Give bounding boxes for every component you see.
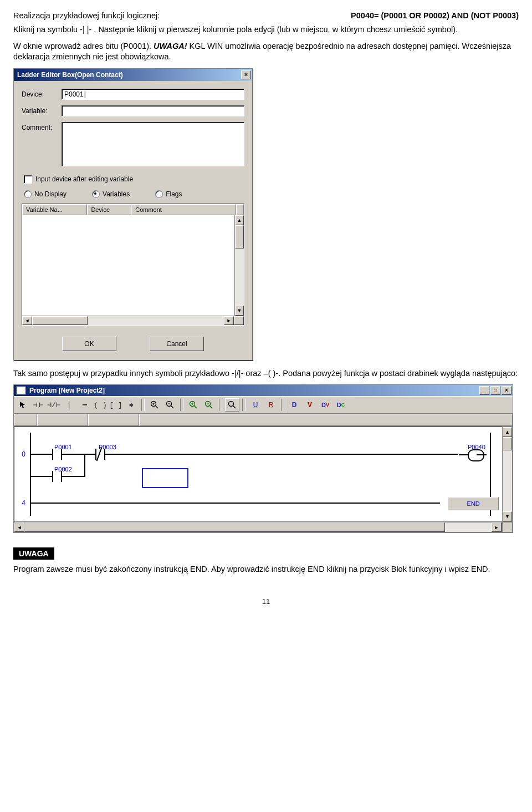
warning-badge: UWAGA bbox=[13, 547, 54, 560]
scroll-corner bbox=[234, 316, 244, 325]
radio-label: Variables bbox=[103, 190, 130, 198]
end-block[interactable]: END bbox=[448, 497, 499, 510]
used-icon: U bbox=[253, 401, 258, 409]
branch-wire bbox=[84, 454, 85, 477]
svg-line-1 bbox=[156, 406, 158, 409]
col-blank bbox=[236, 204, 244, 215]
grid-body[interactable] bbox=[22, 215, 234, 316]
horizontal-line-tool[interactable]: ━ bbox=[78, 398, 92, 412]
coil-tool[interactable]: ( ) bbox=[93, 398, 108, 412]
open-contact-tool[interactable]: ⊣ ⊢ bbox=[31, 398, 45, 412]
checkbox-label: Input device after editing variable bbox=[35, 175, 133, 183]
col-device[interactable]: Device bbox=[87, 204, 131, 215]
radio-flags[interactable]: Flags bbox=[155, 190, 182, 198]
device-input[interactable]: P0001 bbox=[62, 89, 244, 100]
closed-contact-tool[interactable]: ⊣/⊢ bbox=[47, 398, 61, 412]
horizontal-scrollbar[interactable]: ◄ ► bbox=[22, 316, 244, 325]
rung-number-4: 4 bbox=[17, 499, 25, 507]
program-vertical-scrollbar[interactable]: ▲ ▼ bbox=[502, 427, 513, 522]
toolbar-separator bbox=[219, 399, 222, 411]
hscroll-track[interactable] bbox=[24, 522, 492, 532]
page-number: 11 bbox=[13, 597, 519, 606]
input-after-edit-checkbox[interactable]: Input device after editing variable bbox=[24, 175, 244, 184]
program-horizontal-scrollbar[interactable]: ◄ ► bbox=[14, 522, 502, 532]
scroll-down-icon[interactable]: ▼ bbox=[503, 511, 512, 521]
scroll-up-icon[interactable]: ▲ bbox=[235, 215, 244, 225]
header-cell bbox=[37, 414, 88, 426]
zoom-out-tool[interactable] bbox=[163, 398, 177, 412]
minimize-button[interactable]: _ bbox=[479, 386, 489, 395]
open-contact-p0002[interactable] bbox=[52, 471, 62, 482]
program-window: Program [New Project2] _ □ × ⊣ ⊢ ⊣/⊢ │ ━… bbox=[13, 384, 513, 533]
scroll-right-icon[interactable]: ► bbox=[492, 522, 502, 532]
scroll-thumb[interactable] bbox=[503, 437, 512, 450]
close-button[interactable]: × bbox=[241, 70, 251, 79]
hscroll-thumb[interactable] bbox=[24, 522, 445, 532]
scroll-down-icon[interactable]: ▼ bbox=[235, 306, 244, 316]
scroll-left-icon[interactable]: ◄ bbox=[14, 522, 24, 532]
scroll-up-icon[interactable]: ▲ bbox=[503, 427, 512, 437]
wire-icon bbox=[62, 476, 84, 477]
close-button[interactable]: × bbox=[502, 386, 511, 395]
dialog-titlebar: Ladder Editor Box(Open Contact) × bbox=[14, 69, 252, 81]
col-comment[interactable]: Comment bbox=[131, 204, 236, 215]
zoom-in-tool[interactable] bbox=[147, 398, 162, 412]
radio-icon bbox=[24, 190, 32, 198]
comment-label: Comment: bbox=[22, 122, 62, 131]
coil-p0040[interactable] bbox=[468, 449, 484, 461]
para2-warning: UWAGA! bbox=[154, 42, 187, 50]
header-strip bbox=[14, 414, 513, 427]
cancel-button[interactable]: Cancel bbox=[150, 337, 204, 351]
radio-no-display[interactable]: No Display bbox=[24, 190, 66, 198]
header-cell bbox=[14, 414, 37, 426]
variable-label: Variable: bbox=[22, 105, 62, 115]
v-button[interactable]: V bbox=[303, 398, 317, 412]
device-label: Device: bbox=[22, 89, 62, 98]
variable-input[interactable] bbox=[62, 105, 244, 116]
ladder-toolbar: ⊣ ⊢ ⊣/⊢ │ ━ ( ) [ ] ✱ U R D V DV DC bbox=[14, 396, 513, 414]
arrow-icon bbox=[19, 401, 27, 409]
header-cell bbox=[139, 414, 513, 426]
not-tool[interactable]: ✱ bbox=[124, 398, 139, 412]
variables-grid[interactable]: Variable Na... Device Comment ▲ ▼ ◄ ► bbox=[22, 204, 244, 326]
heading-formula: P0040= (P0001 OR P0002) AND (NOT P0003) bbox=[351, 11, 519, 20]
toolbar-separator bbox=[242, 399, 245, 411]
maximize-button[interactable]: □ bbox=[490, 386, 500, 395]
program-titlebar: Program [New Project2] _ □ × bbox=[14, 385, 513, 396]
replace-button[interactable]: R bbox=[264, 398, 278, 412]
cursor-selection[interactable] bbox=[142, 468, 188, 488]
comment-input[interactable] bbox=[62, 122, 244, 166]
zoom-out-green-tool[interactable] bbox=[202, 398, 216, 412]
arrow-tool[interactable] bbox=[16, 398, 30, 412]
scroll-track[interactable] bbox=[503, 437, 512, 511]
toolbar-separator bbox=[281, 399, 284, 411]
scroll-thumb[interactable] bbox=[235, 225, 244, 248]
ladder-area[interactable]: 0 4 P0001 P0003 P0002 bbox=[14, 427, 502, 522]
vertical-scrollbar[interactable]: ▲ ▼ bbox=[234, 215, 244, 316]
hscroll-track[interactable] bbox=[32, 316, 224, 325]
scroll-left-icon[interactable]: ◄ bbox=[22, 316, 32, 325]
toolbar-separator bbox=[141, 399, 145, 411]
wire-icon bbox=[62, 454, 95, 455]
used-button[interactable]: U bbox=[248, 398, 263, 412]
open-contact-p0001[interactable] bbox=[52, 449, 62, 460]
ok-button[interactable]: OK bbox=[62, 337, 116, 351]
zoom-fit-tool[interactable] bbox=[225, 398, 239, 412]
d-button[interactable]: D bbox=[287, 398, 301, 412]
dv-button[interactable]: DV bbox=[318, 398, 332, 412]
scroll-right-icon[interactable]: ► bbox=[224, 316, 234, 325]
radio-variables[interactable]: Variables bbox=[92, 190, 130, 198]
svg-line-5 bbox=[171, 406, 174, 409]
vertical-line-tool[interactable]: │ bbox=[62, 398, 76, 412]
scroll-track[interactable] bbox=[235, 225, 244, 306]
hscroll-thumb[interactable] bbox=[32, 316, 88, 325]
block-tool[interactable]: [ ] bbox=[109, 398, 123, 412]
radio-label: No Display bbox=[34, 190, 66, 198]
dc-button[interactable]: DC bbox=[334, 398, 348, 412]
col-variable-name[interactable]: Variable Na... bbox=[22, 204, 87, 215]
wire-icon bbox=[105, 454, 458, 455]
scroll-corner bbox=[502, 522, 513, 532]
closed-contact-p0003[interactable] bbox=[95, 449, 105, 460]
wire-icon bbox=[30, 503, 440, 504]
zoom-in-green-tool[interactable] bbox=[186, 398, 201, 412]
